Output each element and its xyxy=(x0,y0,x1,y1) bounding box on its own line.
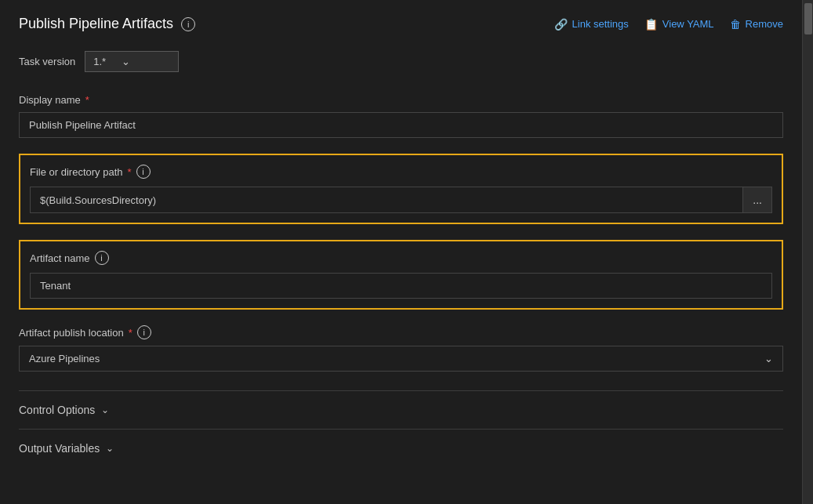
link-settings-label: Link settings xyxy=(572,18,629,30)
scrollbar-thumb[interactable] xyxy=(804,3,812,34)
dropdown-chevron-icon: ⌄ xyxy=(764,353,773,364)
control-options-header[interactable]: Control Options ⌄ xyxy=(19,404,783,416)
output-variables-section: Output Variables ⌄ xyxy=(19,429,783,455)
artifact-name-label: Artifact name xyxy=(30,252,90,264)
artifact-publish-value: Azure Pipelines xyxy=(29,353,100,364)
output-variables-label: Output Variables xyxy=(19,442,100,455)
display-name-label: Display name xyxy=(19,94,81,106)
version-chevron-icon: ⌄ xyxy=(122,56,130,67)
artifact-publish-label: Artifact publish location xyxy=(19,327,124,339)
file-path-label-row: File or directory path * i xyxy=(30,165,772,179)
title-info-icon[interactable]: i xyxy=(181,17,195,31)
ellipsis-icon: ... xyxy=(753,194,762,206)
task-version-label: Task version xyxy=(19,56,75,67)
task-version-row: Task version 1.* ⌄ xyxy=(19,51,783,72)
link-icon: 🔗 xyxy=(554,18,568,31)
artifact-publish-label-row: Artifact publish location * i xyxy=(19,325,783,339)
header-actions: 🔗 Link settings 📋 View YAML 🗑 Remove xyxy=(554,18,783,31)
artifact-publish-dropdown[interactable]: Azure Pipelines ⌄ xyxy=(19,346,783,372)
display-name-input[interactable] xyxy=(19,112,783,138)
scrollbar[interactable] xyxy=(802,0,813,504)
view-yaml-button[interactable]: 📋 View YAML xyxy=(644,18,714,31)
display-name-required: * xyxy=(85,94,89,106)
remove-label: Remove xyxy=(746,18,783,30)
control-options-section: Control Options ⌄ xyxy=(19,390,783,416)
file-path-input-row: ... xyxy=(30,187,772,213)
yaml-icon: 📋 xyxy=(644,18,658,31)
output-variables-chevron-icon: ⌄ xyxy=(106,443,114,454)
file-path-input[interactable] xyxy=(30,187,742,213)
artifact-name-section: Artifact name i xyxy=(19,240,783,310)
task-version-value: 1.* xyxy=(93,56,106,67)
artifact-name-info-icon[interactable]: i xyxy=(95,251,109,265)
view-yaml-label: View YAML xyxy=(662,18,714,30)
file-path-info-icon[interactable]: i xyxy=(136,165,151,179)
page-title: Publish Pipeline Artifacts xyxy=(19,16,173,32)
page-header: Publish Pipeline Artifacts i 🔗 Link sett… xyxy=(19,16,783,32)
display-name-group: Display name * xyxy=(19,94,783,138)
control-options-chevron-icon: ⌄ xyxy=(101,404,109,415)
display-name-label-row: Display name * xyxy=(19,94,783,106)
artifact-publish-required: * xyxy=(129,327,132,339)
file-path-required: * xyxy=(128,166,132,178)
page-title-area: Publish Pipeline Artifacts i xyxy=(19,16,195,32)
file-path-section: File or directory path * i ... xyxy=(19,154,783,224)
artifact-publish-group: Artifact publish location * i Azure Pipe… xyxy=(19,325,783,372)
link-settings-button[interactable]: 🔗 Link settings xyxy=(554,18,629,31)
file-path-label: File or directory path xyxy=(30,166,123,178)
artifact-name-input[interactable] xyxy=(30,273,772,299)
output-variables-header[interactable]: Output Variables ⌄ xyxy=(19,442,783,455)
file-path-browse-button[interactable]: ... xyxy=(742,187,772,213)
control-options-label: Control Options xyxy=(19,404,95,416)
remove-button[interactable]: 🗑 Remove xyxy=(730,18,783,31)
remove-icon: 🗑 xyxy=(730,18,741,31)
artifact-name-label-row: Artifact name i xyxy=(30,251,772,265)
task-version-dropdown[interactable]: 1.* ⌄ xyxy=(85,51,179,72)
artifact-publish-info-icon[interactable]: i xyxy=(137,325,151,339)
